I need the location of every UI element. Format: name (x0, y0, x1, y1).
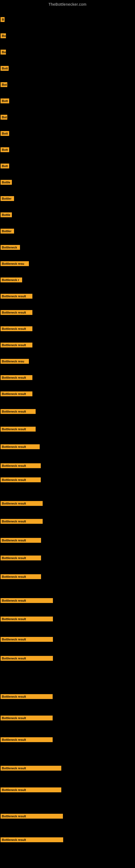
item-row: Bott (1, 98, 9, 104)
item-row: Bottleneck result (1, 463, 41, 469)
item-label: Bottleneck result (1, 556, 41, 560)
item-row: Bottleneck result (1, 787, 61, 794)
item-label: Bott (1, 163, 9, 168)
item-row: Bottleneck result (1, 617, 53, 622)
item-label: Bottleneck result (1, 694, 53, 699)
item-label: Bottleneck result (1, 392, 32, 396)
item-row: Bott (1, 66, 9, 72)
item-label: Bott (1, 131, 9, 136)
item-label: Bottleneck resu (1, 359, 29, 364)
item-row: Bottleneck result (1, 598, 53, 604)
item-row: Bottle (1, 180, 12, 186)
item-label: Bo (1, 33, 6, 38)
item-label: Bottleneck result (1, 716, 53, 720)
item-row: Bottler (1, 229, 14, 235)
item-label: Bottleneck result (1, 375, 32, 380)
item-label: Bottleneck result (1, 617, 53, 621)
item-label: Bottleneck result (1, 814, 63, 818)
items-container: BBoBoBottBotBottBotBottBottBottBottleBot… (0, 8, 135, 865)
item-row: Bott (1, 131, 9, 137)
item-label: Bottleneck result (1, 598, 53, 603)
item-label: Bott (1, 66, 9, 71)
item-row: Bottleneck result (1, 766, 61, 772)
item-row: Bottleneck result (1, 326, 32, 332)
item-label: Bottleneck result (1, 837, 63, 842)
item-row: Bottleneck result (1, 444, 40, 450)
item-row: Bottleneck result (1, 427, 36, 433)
item-label: Bottleneck result (1, 737, 53, 742)
item-row: Bottleneck result (1, 837, 63, 843)
item-label: Bottleneck resu (1, 261, 29, 266)
item-row: Bottleneck result (1, 694, 53, 700)
item-row: Bottleneck result (1, 716, 53, 721)
item-row: Bottleneck result (1, 574, 41, 580)
item-label: Bottleneck result (1, 343, 32, 347)
item-label: Bottleneck result (1, 409, 36, 414)
item-label: Bot (1, 115, 7, 120)
item-label: Bo (1, 50, 6, 55)
item-row: Bottleneck result (1, 519, 43, 525)
item-row: Bottleneck result (1, 343, 32, 348)
site-title: TheBottlenecker.com (0, 0, 135, 8)
item-label: Bottler (1, 196, 14, 201)
item-row: Bot (1, 82, 7, 88)
item-label: Bottleneck result (1, 501, 43, 506)
item-row: Bott (1, 163, 9, 169)
item-row: Bot (1, 115, 7, 121)
item-label: Bottleneck result (1, 787, 61, 792)
item-row: Bottler (1, 196, 14, 202)
item-label: Bottleneck result (1, 310, 32, 315)
item-row: Bottleneck result (1, 409, 36, 415)
item-row: Bott (1, 147, 9, 153)
item-label: Bottler (1, 229, 14, 234)
item-label: Bottle (1, 212, 12, 217)
item-row: Bo (1, 33, 6, 39)
item-label: Bott (1, 147, 9, 152)
item-row: Bottleneck result (1, 814, 63, 820)
item-row: Bottleneck result (1, 477, 41, 484)
item-row: Bo (1, 50, 6, 56)
item-label: Bott (1, 98, 9, 103)
item-label: Bottleneck result (1, 326, 32, 331)
item-row: Bottleneck (1, 245, 20, 251)
item-label: Bottleneck result (1, 766, 61, 771)
item-row: Bottleneck result (1, 392, 32, 397)
item-label: Bottleneck result (1, 574, 41, 579)
item-label: Bot (1, 82, 7, 87)
item-row: Bottleneck result (1, 501, 43, 507)
item-row: Bottleneck result (1, 375, 32, 381)
item-row: Bottle (1, 212, 12, 218)
item-label: Bottleneck result (1, 519, 43, 524)
item-row: Bottleneck result (1, 310, 32, 316)
item-row: Bottleneck result (1, 538, 41, 544)
item-label: Bottleneck result (1, 637, 53, 642)
item-label: Bottleneck (1, 245, 20, 250)
item-label: B (1, 17, 5, 22)
item-row: Bottleneck result (1, 656, 53, 662)
item-label: Bottleneck result (1, 294, 32, 299)
item-label: Bottleneck result (1, 538, 41, 543)
item-label: Bottleneck result (1, 444, 40, 449)
item-row: Bottleneck result (1, 556, 41, 561)
item-label: Bottleneck result (1, 463, 41, 468)
item-row: Bottleneck result (1, 737, 53, 743)
item-label: Bottleneck result (1, 477, 41, 482)
item-label: Bottleneck result (1, 427, 36, 432)
item-row: Bottleneck result (1, 294, 32, 300)
item-label: Bottleneck r (1, 278, 22, 282)
item-row: Bottleneck resu (1, 261, 29, 267)
item-row: Bottleneck result (1, 637, 53, 643)
item-row: Bottleneck resu (1, 359, 29, 365)
item-label: Bottleneck result (1, 656, 53, 661)
item-label: Bottle (1, 180, 12, 185)
item-row: B (1, 17, 5, 23)
item-row: Bottleneck r (1, 278, 22, 283)
